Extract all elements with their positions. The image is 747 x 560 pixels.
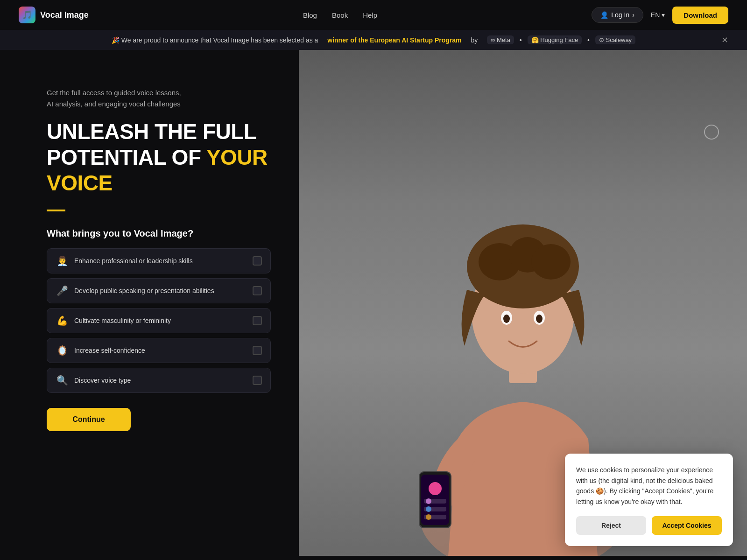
svg-point-15	[426, 498, 431, 504]
logo-text: Vocal Image	[40, 10, 89, 20]
option-confidence[interactable]: 🪞 Increase self-confidence	[47, 338, 271, 363]
left-panel: Get the full access to guided voice less…	[0, 50, 299, 556]
option-speaking-checkbox[interactable]	[253, 286, 262, 295]
chevron-down-icon: ▾	[662, 11, 665, 19]
partner-meta: ∞ Meta	[487, 35, 514, 44]
option-speaking-left: 🎤 Develop public speaking or presentatio…	[56, 285, 214, 296]
option-professional-icon: 👨‍💼	[56, 255, 69, 266]
announcement-by: by	[471, 36, 478, 44]
nav-blog[interactable]: Blog	[303, 11, 317, 19]
accept-cookies-button[interactable]: Accept Cookies	[652, 516, 722, 535]
download-button[interactable]: Download	[672, 7, 728, 24]
option-speaking-icon: 🎤	[56, 285, 69, 296]
option-confidence-checkbox[interactable]	[253, 346, 262, 355]
option-confidence-icon: 🪞	[56, 345, 69, 356]
logo[interactable]: 🎵 Vocal Image	[19, 7, 89, 23]
announcement-text: 🎉 We are proud to announce that Vocal Im…	[112, 36, 318, 44]
option-voice-type-label: Discover voice type	[74, 377, 131, 384]
svg-point-19	[426, 514, 431, 520]
login-label: Log In	[611, 11, 629, 19]
partner-huggingface: 🤗 Hugging Face	[528, 35, 582, 44]
continue-button[interactable]: Continue	[47, 408, 131, 431]
option-speaking-label: Develop public speaking or presentation …	[74, 287, 214, 294]
partner-scaleway: ⊙ Scaleway	[595, 35, 635, 44]
option-voice-type-icon: 🔍	[56, 375, 69, 386]
chevron-right-icon: ›	[632, 11, 634, 19]
svg-point-10	[536, 315, 543, 323]
cookie-banner: We use cookies to personalize your exper…	[565, 454, 733, 546]
nav-help[interactable]: Help	[363, 11, 377, 19]
option-cultivate-checkbox[interactable]	[253, 316, 262, 325]
option-voice-type-left: 🔍 Discover voice type	[56, 375, 131, 386]
cookie-text: We use cookies to personalize your exper…	[576, 465, 722, 507]
lang-label: EN	[651, 11, 660, 19]
user-icon: 👤	[600, 11, 608, 19]
nav-book[interactable]: Book	[332, 11, 348, 19]
decorative-circle	[704, 125, 719, 140]
option-professional-label: Enhance professional or leadership skill…	[74, 257, 193, 265]
option-confidence-left: 🪞 Increase self-confidence	[56, 345, 145, 356]
reject-button[interactable]: Reject	[576, 516, 646, 535]
option-voice-type-checkbox[interactable]	[253, 376, 262, 385]
nav-actions: 👤 Log In › EN ▾ Download	[592, 7, 728, 24]
option-cultivate[interactable]: 💪 Cultivate masculinity or femininity	[47, 308, 271, 333]
navbar: 🎵 Vocal Image Blog Book Help 👤 Log In › …	[0, 0, 747, 30]
options-list: 👨‍💼 Enhance professional or leadership s…	[47, 248, 271, 393]
announcement-bar: 🎉 We are proud to announce that Vocal Im…	[0, 30, 747, 50]
svg-point-9	[503, 315, 510, 323]
announcement-highlight[interactable]: winner of the European AI Startup Progra…	[327, 36, 461, 44]
close-announcement-button[interactable]: ✕	[721, 35, 728, 45]
logo-icon: 🎵	[19, 7, 35, 23]
option-professional-checkbox[interactable]	[253, 256, 262, 266]
option-professional[interactable]: 👨‍💼 Enhance professional or leadership s…	[47, 248, 271, 273]
login-button[interactable]: 👤 Log In ›	[592, 7, 643, 23]
language-selector[interactable]: EN ▾	[651, 11, 665, 19]
option-cultivate-label: Cultivate masculinity or femininity	[74, 317, 171, 324]
option-confidence-label: Increase self-confidence	[74, 347, 145, 354]
svg-point-6	[531, 244, 571, 280]
option-voice-type[interactable]: 🔍 Discover voice type	[47, 368, 271, 393]
hero-title: UNLEASH THE FULLPOTENTIAL OF YOUR VOICE	[47, 119, 271, 196]
section-question: What brings you to Vocal Image?	[47, 228, 271, 239]
option-cultivate-left: 💪 Cultivate masculinity or femininity	[56, 315, 171, 326]
option-cultivate-icon: 💪	[56, 315, 69, 326]
hero-subtitle: Get the full access to guided voice less…	[47, 87, 271, 110]
svg-point-17	[426, 506, 431, 512]
title-separator	[47, 210, 65, 211]
cookie-actions: Reject Accept Cookies	[576, 516, 722, 535]
nav-links: Blog Book Help	[303, 11, 377, 19]
option-speaking[interactable]: 🎤 Develop public speaking or presentatio…	[47, 278, 271, 303]
option-professional-left: 👨‍💼 Enhance professional or leadership s…	[56, 255, 193, 266]
svg-point-13	[429, 482, 442, 495]
